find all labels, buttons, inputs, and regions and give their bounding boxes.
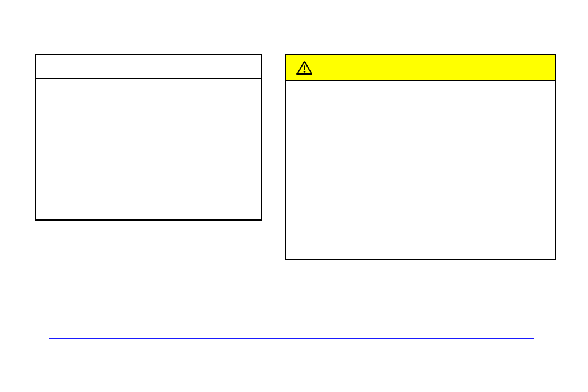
svg-point-2	[304, 71, 306, 73]
warning-panel	[285, 54, 556, 260]
horizontal-rule	[49, 338, 534, 339]
info-panel-left	[35, 54, 262, 221]
info-panel-left-header	[36, 55, 261, 79]
warning-panel-header	[286, 55, 555, 81]
warning-icon	[296, 60, 313, 75]
